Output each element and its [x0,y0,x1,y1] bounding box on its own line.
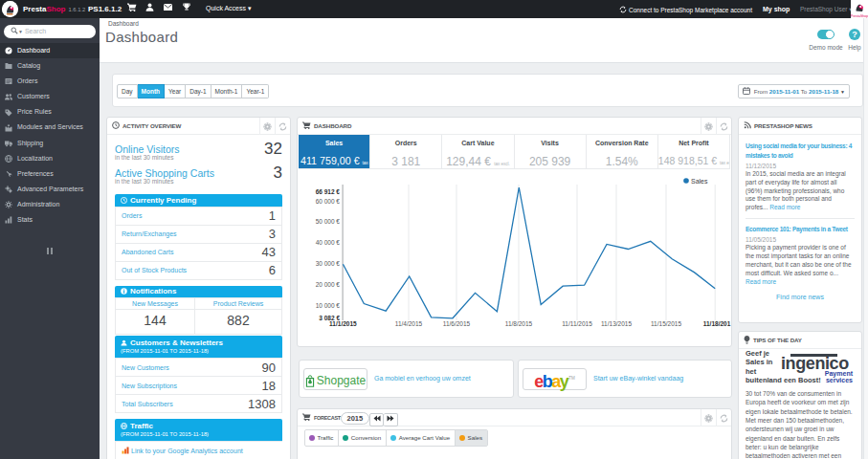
svg-text:11/1/2015: 11/1/2015 [329,320,357,327]
svg-text:30 000 €: 30 000 € [316,260,341,267]
svg-text:11/4/2015: 11/4/2015 [395,320,423,327]
svg-text:Sales: Sales [691,178,708,185]
svg-text:66 912 €: 66 912 € [316,188,341,195]
svg-text:11/15/2015: 11/15/2015 [651,320,681,327]
svg-text:50 000 €: 50 000 € [316,218,341,225]
svg-text:60 000 €: 60 000 € [316,198,341,205]
svg-text:11/13/2015: 11/13/2015 [601,320,632,327]
svg-text:11/18/201: 11/18/201 [703,320,731,327]
svg-text:11/6/2015: 11/6/2015 [443,320,471,327]
svg-text:40 000 €: 40 000 € [316,239,341,246]
svg-text:11/11/2015: 11/11/2015 [562,320,592,327]
svg-text:11/8/2015: 11/8/2015 [505,320,533,327]
svg-text:PrestaShop: PrestaShop [851,14,868,18]
svg-text:10 000 €: 10 000 € [316,302,341,309]
svg-text:20 000 €: 20 000 € [316,281,341,288]
